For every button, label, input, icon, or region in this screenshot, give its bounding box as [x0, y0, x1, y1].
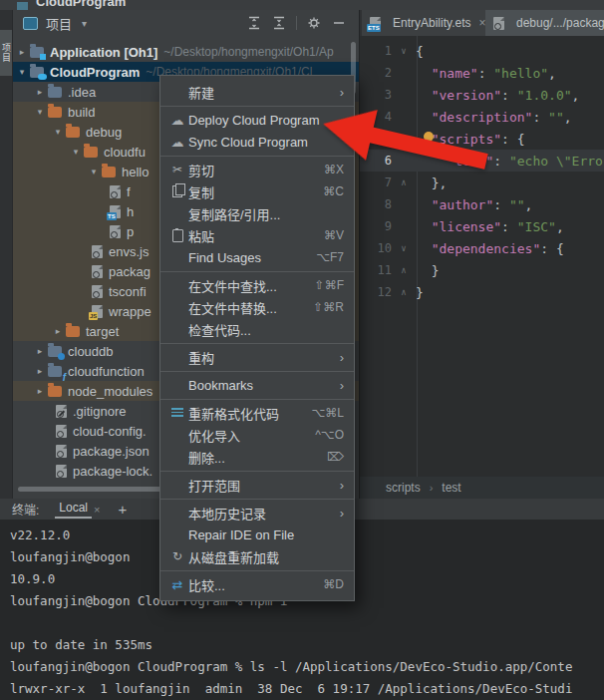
code-token: "name"	[432, 66, 478, 81]
json-file-icon	[92, 245, 103, 258]
tree-item-label: debug	[86, 125, 122, 140]
tree-item-label: .gitignore	[73, 404, 126, 419]
tree-item-label: package-lock.	[73, 464, 152, 479]
tree-item-label: hello	[122, 165, 149, 179]
menu-item[interactable]: 复制⌘C	[160, 180, 354, 202]
sq-badge-icon	[40, 54, 46, 60]
collapse-all-icon[interactable]	[271, 15, 287, 31]
tool-stripe-project-tab[interactable]: 项目	[0, 30, 12, 76]
code-token: "hello"	[493, 66, 548, 81]
fold-marker-icon[interactable]: ∧	[392, 265, 416, 275]
tree-item-label: build	[68, 105, 95, 120]
menu-separator	[160, 499, 354, 500]
menu-item[interactable]: 在文件中替换...⇧⌘R	[160, 296, 354, 318]
menu-item[interactable]: Bookmarks›	[160, 374, 354, 396]
tree-item-label: target	[86, 324, 119, 339]
line-number: 1	[360, 44, 392, 58]
menu-item-label: 在文件中替换...	[188, 298, 305, 317]
code-editor[interactable]: 1∨{2 "name": "hello",3 "version": "1.0.0…	[359, 36, 604, 477]
cloud-down-icon: ☁↓	[166, 136, 188, 149]
fold-marker-icon[interactable]: ∨	[392, 243, 416, 253]
menu-item-shortcut: ⇧⌘R	[313, 300, 344, 314]
chevron-collapsed-icon[interactable]: ▸	[32, 366, 48, 376]
menu-item-label: 本地历史记录	[188, 504, 332, 523]
menu-item[interactable]: Repair IDE on File	[160, 524, 354, 545]
tree-item-label: p	[127, 224, 134, 239]
chevron-collapsed-icon[interactable]: ▸	[14, 47, 30, 57]
code-token: }	[416, 263, 439, 278]
copy-icon	[166, 185, 188, 197]
chevron-collapsed-icon[interactable]: ▸	[50, 326, 66, 336]
window-title: CloudProgram	[36, 0, 126, 9]
fold-marker-icon[interactable]: ∨	[392, 46, 416, 56]
submenu-arrow-icon: ›	[340, 478, 344, 493]
json-file-icon	[92, 285, 103, 298]
code-token: "1.0.0"	[517, 88, 572, 103]
folder-icon	[48, 107, 62, 118]
code-token: :	[493, 197, 509, 212]
chevron-down-icon[interactable]: ▾	[82, 18, 87, 29]
menu-item[interactable]: 新建›	[160, 81, 354, 103]
editor-tab-1[interactable]: ETSEntryAbility.ets×	[362, 10, 485, 36]
code-text: "license": "ISC",	[416, 219, 564, 234]
menu-item[interactable]: Find Usages⌥F7	[160, 246, 354, 268]
compare-icon: ⇄	[166, 577, 188, 592]
menu-separator	[160, 271, 354, 272]
code-line: 2 "name": "hello",	[360, 62, 604, 84]
chevron-collapsed-icon[interactable]: ▸	[32, 346, 48, 356]
menu-item[interactable]: 本地历史记录›	[160, 502, 354, 524]
chevron-collapsed-icon[interactable]: ▸	[32, 87, 48, 97]
menu-item[interactable]: ↻从磁盘重新加载	[160, 545, 354, 567]
terminal-tab-local[interactable]: Local	[55, 500, 92, 519]
menu-separator	[160, 570, 354, 571]
gear-icon[interactable]	[306, 15, 322, 31]
tree-item-label: tsconfi	[109, 284, 147, 299]
code-token: "ISC"	[517, 219, 556, 234]
line-number: 7	[360, 175, 392, 189]
chevron-expanded-icon[interactable]: ▾	[32, 107, 48, 117]
breadcrumb-item-scripts[interactable]: scripts	[386, 481, 421, 495]
chevron-expanded-icon[interactable]: ▾	[14, 67, 30, 77]
code-text: "author": "",	[416, 197, 532, 212]
json-file-icon	[110, 225, 121, 238]
menu-item[interactable]: 重构›	[160, 346, 354, 368]
gear-glyph	[57, 471, 64, 478]
menu-item[interactable]: 粘贴⌘V	[160, 224, 354, 246]
menu-item[interactable]: 复制路径/引用...	[160, 202, 354, 224]
chevron-expanded-icon[interactable]: ▾	[86, 167, 102, 176]
menu-item[interactable]: 重新格式化代码⌥⌘L	[160, 402, 354, 424]
breadcrumb: scripts › test	[359, 477, 604, 499]
gear-glyph	[111, 231, 118, 238]
terminal-line: up to date in 535ms	[10, 634, 604, 656]
menu-item[interactable]: 检查代码...	[160, 318, 354, 340]
menu-item[interactable]: ⇄比较...⌘D	[160, 573, 354, 595]
menu-item[interactable]: 优化导入^⌥O	[160, 424, 354, 446]
menu-item[interactable]: 打开范围›	[160, 474, 354, 496]
editor-tab-2[interactable]: debug/.../package.	[485, 10, 604, 36]
arrow-glyph: ↑	[175, 116, 179, 124]
breadcrumb-item-test[interactable]: test	[442, 481, 460, 495]
hide-panel-icon[interactable]	[331, 15, 347, 31]
code-token: }	[416, 285, 424, 300]
code-token	[416, 241, 432, 256]
code-text: "dependencies": {	[416, 241, 564, 256]
menu-item[interactable]: 删除...⌦	[160, 446, 354, 468]
chevron-expanded-icon[interactable]: ▾	[68, 147, 84, 157]
tree-row[interactable]: ▸Application [Oh1]~/Desktop/hongmengxit/…	[13, 42, 359, 62]
menu-item[interactable]: 在文件中查找...⇧⌘F	[160, 274, 354, 296]
chevron-collapsed-icon[interactable]: ▸	[32, 386, 48, 396]
new-terminal-button[interactable]: +	[118, 501, 127, 518]
editor-tab-bar: ETSEntryAbility.ets×debug/.../package.	[359, 10, 604, 36]
code-token: "version"	[432, 88, 501, 103]
menu-item[interactable]: ✂剪切⌘X	[160, 159, 354, 180]
submenu-arrow-icon: ›	[340, 506, 344, 521]
expand-all-icon[interactable]	[246, 15, 262, 31]
project-panel-title[interactable]: 项目	[46, 14, 72, 33]
close-icon[interactable]: ×	[94, 504, 100, 516]
terminal-line: lrwxr-xr-x 1 loufangjin admin 38 Dec 6 1…	[10, 678, 604, 700]
fold-marker-icon[interactable]: ∧	[392, 287, 416, 297]
fold-marker-icon[interactable]: ∧	[392, 177, 416, 187]
chevron-expanded-icon[interactable]: ▾	[50, 127, 66, 137]
json-file-icon	[110, 185, 121, 198]
gear-glyph	[494, 23, 501, 30]
